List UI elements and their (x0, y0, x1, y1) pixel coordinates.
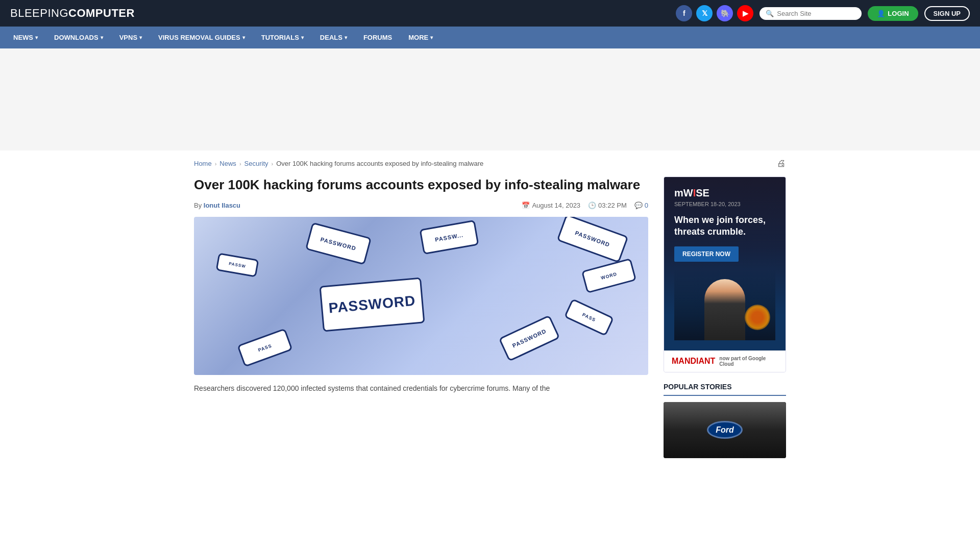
breadcrumb: Home › News › Security › Over 100K hacki… (194, 151, 786, 174)
sidebar-ad: mWISE SEPTEMBER 18-20, 2023 When we join… (664, 177, 786, 372)
logo-bold: COMPUTER (68, 7, 135, 19)
article-main: Over 100K hacking forums accounts expose… (194, 177, 648, 458)
header-right: f 𝕏 🐘 ▶ 🔍 👤 LOGIN SIGN UP (676, 5, 970, 21)
logo-plain: BLEEPING (10, 7, 68, 19)
ad-person (674, 269, 775, 340)
sidebar-ad-inner: mWISE SEPTEMBER 18-20, 2023 When we join… (664, 177, 786, 350)
facebook-icon[interactable]: f (676, 5, 692, 21)
ad-register-button[interactable]: REGISTER NOW (674, 246, 739, 262)
nav-deals[interactable]: DEALS ▾ (312, 27, 355, 48)
author-link[interactable]: Ionut Ilascu (204, 202, 240, 209)
site-header: BLEEPINGCOMPUTER f 𝕏 🐘 ▶ 🔍 👤 LOGIN SIGN … (0, 0, 980, 27)
article-title: Over 100K hacking forums accounts expose… (194, 177, 648, 194)
calendar-icon: 📅 (522, 202, 530, 209)
site-logo[interactable]: BLEEPINGCOMPUTER (10, 7, 135, 20)
article-comments[interactable]: 💬 0 (634, 202, 648, 209)
nav-virus-arrow: ▾ (242, 35, 245, 40)
popular-stories-title: POPULAR STORIES (664, 383, 786, 396)
search-input[interactable] (777, 10, 855, 17)
pw-card-5: PASS (564, 298, 614, 336)
pw-card-2: PASSW... (419, 220, 479, 255)
pw-card-7: PASSW (215, 253, 259, 278)
nav-news-arrow: ▾ (35, 35, 38, 40)
article-image: PASSW PASSWORD PASSW... PASSWORD WORD PA… (194, 217, 648, 375)
nav-vpns-arrow: ▾ (139, 35, 142, 40)
pw-card-3: PASSWORD (556, 217, 628, 263)
article-meta-right: 📅 August 14, 2023 🕒 03:22 PM 💬 0 (522, 202, 648, 209)
clock-icon: 🕒 (588, 202, 596, 209)
ad-date: SEPTEMBER 18-20, 2023 (674, 201, 775, 207)
signup-button[interactable]: SIGN UP (924, 6, 970, 21)
youtube-icon[interactable]: ▶ (737, 5, 753, 21)
nav-news[interactable]: NEWS ▾ (5, 27, 46, 48)
nav-forums[interactable]: FORUMS (355, 27, 400, 48)
content-wrapper: Home › News › Security › Over 100K hacki… (184, 151, 796, 458)
mandiant-logo-text: MANDIANT (672, 357, 715, 366)
article-sidebar: mWISE SEPTEMBER 18-20, 2023 When we join… (664, 177, 786, 458)
password-cards: PASSW PASSWORD PASSW... PASSWORD WORD PA… (194, 217, 648, 375)
pw-card-6: PASS (237, 328, 292, 367)
pw-card-4: WORD (581, 258, 636, 293)
pw-card-1: PASSWORD (305, 222, 371, 265)
ad-headline: When we join forces, threats crumble. (674, 214, 775, 238)
breadcrumb-home[interactable]: Home (194, 160, 212, 167)
ad-decoration (745, 305, 770, 330)
mastodon-icon[interactable]: 🐘 (717, 5, 733, 21)
breadcrumb-security[interactable]: Security (244, 160, 268, 167)
search-icon: 🔍 (766, 10, 774, 17)
article-meta: By Ionut Ilascu 📅 August 14, 2023 🕒 03:2… (194, 202, 648, 209)
breadcrumb-news[interactable]: News (219, 160, 236, 167)
article-date: 📅 August 14, 2023 (522, 202, 580, 209)
ford-logo: Ford (707, 421, 743, 439)
popular-story-image: Ford (664, 402, 786, 458)
breadcrumb-sep2: › (239, 161, 241, 167)
social-icons: f 𝕏 🐘 ▶ (676, 5, 753, 21)
ad-logo-accent: I (693, 187, 696, 198)
search-bar: 🔍 (760, 7, 862, 20)
comment-icon: 💬 (634, 202, 643, 209)
nav-deals-arrow: ▾ (345, 35, 347, 40)
ad-person-figure (704, 279, 745, 340)
twitter-icon[interactable]: 𝕏 (696, 5, 713, 21)
popular-stories: POPULAR STORIES Ford (664, 383, 786, 458)
pw-card-8: PASSWORD (499, 315, 560, 362)
ad-banner (0, 48, 980, 151)
article-author: By Ionut Ilascu (194, 202, 240, 209)
nav-downloads[interactable]: DOWNLOADS ▾ (46, 27, 111, 48)
breadcrumb-current: Over 100K hacking forums accounts expose… (276, 160, 483, 167)
nav-more-arrow: ▾ (430, 35, 433, 40)
login-button[interactable]: 👤 LOGIN (868, 6, 918, 21)
ad-mandiant: MANDIANT now part of Google Cloud (664, 350, 786, 372)
nav-vpns[interactable]: VPNS ▾ (111, 27, 150, 48)
article-excerpt: Researchers discovered 120,000 infected … (194, 383, 648, 394)
nav-virus-removal[interactable]: VIRUS REMOVAL GUIDES ▾ (150, 27, 253, 48)
breadcrumb-sep1: › (215, 161, 217, 167)
print-icon[interactable]: 🖨 (777, 158, 786, 169)
pw-card-main: PASSWORD (320, 277, 425, 332)
nav-tutorials-arrow: ▾ (301, 35, 304, 40)
car-image: Ford (664, 402, 786, 458)
main-nav: NEWS ▾ DOWNLOADS ▾ VPNS ▾ VIRUS REMOVAL … (0, 27, 980, 48)
nav-more[interactable]: MORE ▾ (400, 27, 441, 48)
nav-downloads-arrow: ▾ (101, 35, 103, 40)
login-user-icon: 👤 (877, 10, 885, 17)
nav-tutorials[interactable]: TUTORIALS ▾ (253, 27, 312, 48)
article-container: Over 100K hacking forums accounts expose… (194, 177, 786, 458)
mandiant-badge: now part of Google Cloud (719, 356, 778, 367)
article-time: 🕒 03:22 PM (588, 202, 627, 209)
breadcrumb-sep3: › (272, 161, 274, 167)
ad-logo: mWISE (674, 187, 775, 199)
